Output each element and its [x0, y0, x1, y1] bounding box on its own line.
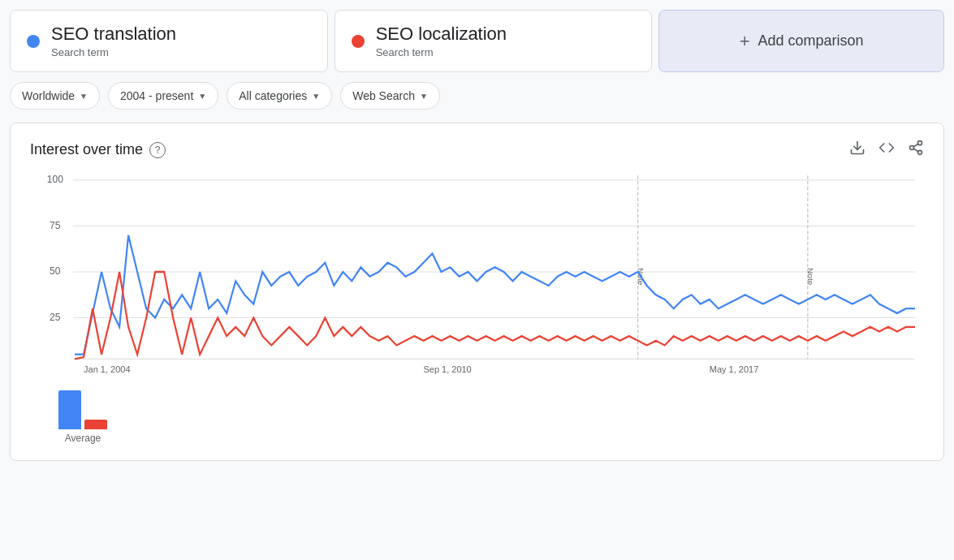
region-chevron-icon: ▼	[80, 92, 88, 101]
help-icon[interactable]: ?	[149, 142, 166, 158]
seo-translation-card[interactable]: SEO translation Search term	[10, 10, 328, 72]
avg-bar-blue	[58, 390, 81, 429]
seo-localization-type: Search term	[376, 46, 507, 58]
avg-bars	[58, 381, 107, 429]
svg-text:Note: Note	[806, 268, 815, 286]
region-filter[interactable]: Worldwide ▼	[10, 82, 100, 110]
seo-localization-name: SEO localization	[376, 24, 507, 45]
share-icon[interactable]	[908, 140, 924, 160]
seo-translation-type: Search term	[51, 46, 176, 58]
search-terms-row: SEO translation Search term SEO localiza…	[10, 10, 944, 72]
svg-text:25: 25	[50, 312, 61, 323]
red-dot	[352, 35, 365, 48]
svg-text:100: 100	[47, 174, 63, 185]
chart-header: Interest over time ?	[30, 140, 924, 160]
category-filter[interactable]: All categories ▼	[227, 82, 332, 110]
blue-dot	[27, 35, 40, 48]
date-label: 2004 - present	[120, 89, 193, 102]
bottom-labels: Average	[30, 381, 924, 444]
svg-text:50: 50	[50, 265, 61, 277]
chart-actions	[849, 140, 924, 160]
code-icon[interactable]	[878, 140, 895, 160]
filter-row: Worldwide ▼ 2004 - present ▼ All categor…	[10, 82, 944, 110]
seo-translation-text: SEO translation Search term	[51, 24, 176, 58]
search-type-label: Web Search	[352, 89, 415, 102]
chart-area: 100 75 50 25 Note Note Jan 1, 2004 Sep 1…	[30, 166, 924, 444]
chart-title-area: Interest over time ?	[30, 141, 166, 158]
svg-text:Sep 1, 2010: Sep 1, 2010	[423, 364, 471, 374]
add-comparison-card[interactable]: + Add comparison	[658, 10, 944, 72]
svg-text:Jan 1, 2004: Jan 1, 2004	[84, 364, 130, 374]
chart-panel: Interest over time ?	[10, 123, 944, 461]
average-label: Average	[65, 433, 101, 444]
download-icon[interactable]	[849, 140, 866, 160]
search-type-filter[interactable]: Web Search ▼	[340, 82, 440, 110]
average-section: Average	[30, 381, 136, 444]
category-label: All categories	[239, 89, 307, 102]
region-label: Worldwide	[22, 89, 75, 102]
seo-translation-name: SEO translation	[51, 24, 176, 45]
date-filter[interactable]: 2004 - present ▼	[108, 82, 218, 110]
plus-icon: +	[740, 31, 750, 52]
search-type-chevron-icon: ▼	[420, 92, 428, 101]
category-chevron-icon: ▼	[312, 92, 320, 101]
svg-line-5	[913, 144, 918, 146]
seo-localization-card[interactable]: SEO localization Search term	[335, 10, 653, 72]
svg-text:May 1, 2017: May 1, 2017	[710, 364, 758, 374]
avg-bar-red	[84, 420, 107, 429]
seo-localization-text: SEO localization Search term	[376, 24, 507, 58]
chart-title: Interest over time	[30, 141, 143, 158]
svg-line-4	[913, 149, 918, 151]
svg-text:75: 75	[50, 220, 61, 231]
add-comparison-label: Add comparison	[758, 32, 864, 50]
date-chevron-icon: ▼	[198, 92, 206, 101]
interest-chart: 100 75 50 25 Note Note Jan 1, 2004 Sep 1…	[30, 166, 924, 377]
